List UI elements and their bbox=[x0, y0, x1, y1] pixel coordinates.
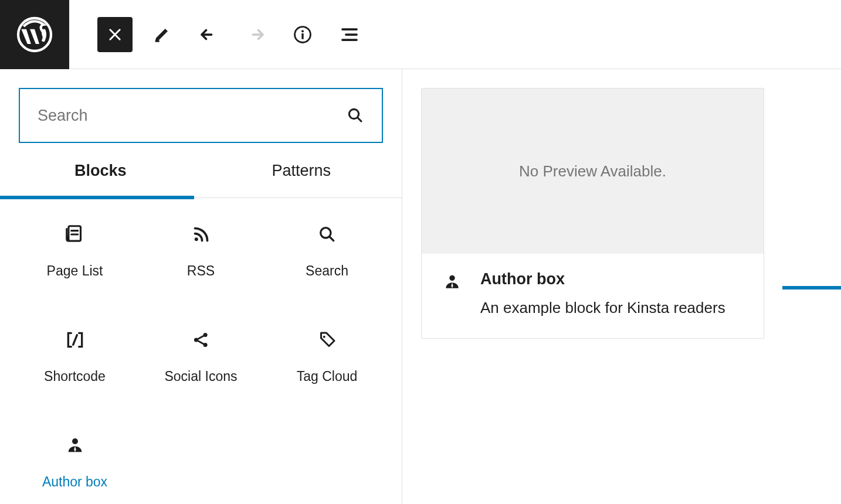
undo-icon bbox=[198, 24, 219, 45]
preview-meta: Author box An example block for Kinsta r… bbox=[422, 254, 764, 338]
block-inserter-panel: Blocks Patterns Page List RSS bbox=[0, 69, 402, 504]
wordpress-icon bbox=[16, 16, 53, 53]
active-tab-indicator bbox=[0, 196, 194, 199]
block-label: Search bbox=[306, 263, 348, 279]
search-icon bbox=[347, 107, 364, 124]
main-area: Blocks Patterns Page List RSS bbox=[0, 69, 841, 504]
redo-button[interactable] bbox=[238, 17, 273, 52]
search-field[interactable] bbox=[19, 88, 383, 143]
undo-button[interactable] bbox=[191, 17, 226, 52]
block-item-social-icons[interactable]: Social Icons bbox=[138, 304, 264, 409]
block-preview-area: No Preview Available. Author box An exam… bbox=[402, 69, 841, 504]
tab-blocks[interactable]: Blocks bbox=[0, 162, 201, 197]
block-label: Author box bbox=[42, 474, 107, 490]
list-view-icon bbox=[339, 24, 360, 45]
edit-tool-button[interactable] bbox=[144, 17, 179, 52]
block-item-shortcode[interactable]: Shortcode bbox=[12, 304, 138, 409]
block-item-rss[interactable]: RSS bbox=[138, 198, 264, 304]
shortcode-icon bbox=[63, 328, 87, 352]
top-toolbar bbox=[0, 0, 841, 69]
tag-icon bbox=[317, 329, 338, 350]
redo-icon bbox=[245, 24, 266, 45]
close-inserter-button[interactable] bbox=[97, 17, 133, 52]
preview-description: An example block for Kinsta readers bbox=[480, 299, 725, 317]
block-label: Page List bbox=[47, 263, 103, 279]
block-item-page-list[interactable]: Page List bbox=[12, 198, 138, 304]
block-item-author-box[interactable]: Author box bbox=[12, 409, 138, 504]
person-tie-icon bbox=[65, 435, 85, 455]
search-input[interactable] bbox=[38, 107, 347, 125]
svg-point-12 bbox=[72, 438, 78, 444]
info-button[interactable] bbox=[285, 17, 320, 52]
close-icon bbox=[107, 26, 123, 43]
preview-placeholder: No Preview Available. bbox=[422, 88, 764, 254]
block-grid: Page List RSS Search Shortcode bbox=[0, 198, 402, 504]
pencil-icon bbox=[152, 25, 172, 45]
page-list-icon bbox=[64, 223, 86, 246]
block-item-tag-cloud[interactable]: Tag Cloud bbox=[264, 304, 390, 409]
preview-title: Author box bbox=[480, 270, 725, 288]
svg-point-2 bbox=[301, 30, 304, 32]
info-icon bbox=[293, 25, 313, 45]
svg-point-11 bbox=[323, 335, 325, 338]
preview-card: No Preview Available. Author box An exam… bbox=[421, 88, 764, 339]
outline-button[interactable] bbox=[332, 17, 367, 52]
search-icon bbox=[318, 225, 337, 244]
block-label: Tag Cloud bbox=[297, 369, 358, 384]
block-label: Shortcode bbox=[44, 369, 106, 384]
block-label: Social Icons bbox=[164, 369, 237, 384]
accent-bar bbox=[782, 286, 841, 290]
share-icon bbox=[191, 330, 211, 350]
person-tie-icon bbox=[443, 273, 462, 291]
svg-point-6 bbox=[194, 237, 198, 241]
svg-point-13 bbox=[449, 275, 455, 281]
wordpress-logo-button[interactable] bbox=[0, 0, 69, 69]
block-label: RSS bbox=[187, 263, 215, 279]
editor-toolbar bbox=[69, 17, 367, 52]
inserter-tabs: Blocks Patterns bbox=[0, 162, 402, 198]
tab-patterns[interactable]: Patterns bbox=[201, 162, 402, 197]
search-container bbox=[0, 69, 402, 162]
block-item-search[interactable]: Search bbox=[264, 198, 390, 304]
rss-icon bbox=[191, 224, 212, 245]
svg-rect-3 bbox=[301, 33, 303, 39]
